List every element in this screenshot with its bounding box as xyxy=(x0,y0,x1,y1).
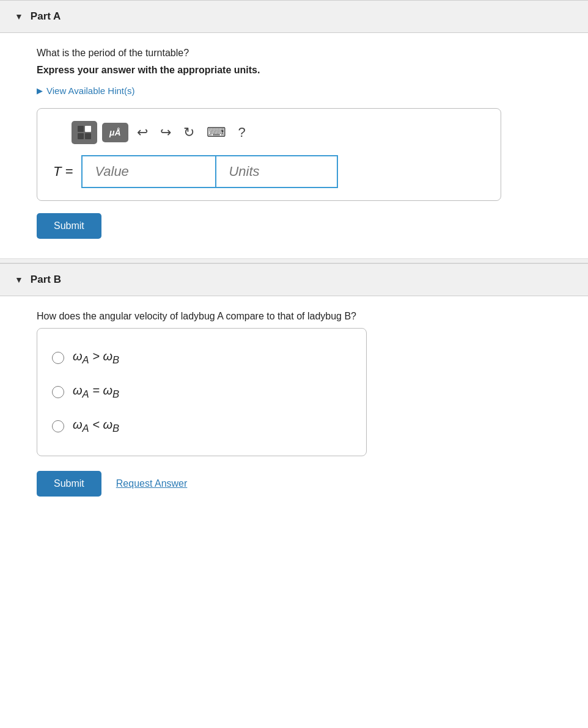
part-b-content: How does the angular velocity of ladybug… xyxy=(0,296,588,516)
hint-arrow-icon: ▶ xyxy=(37,86,43,95)
part-a-header: ▼ Part A xyxy=(0,0,588,33)
radio-input-greater[interactable] xyxy=(52,352,64,364)
section-separator xyxy=(0,258,588,263)
math-toolbar: μÅ ↩ ↪ ↻ ⌨ ? xyxy=(72,121,491,144)
part-b-question: How does the angular velocity of ladybug… xyxy=(37,311,551,322)
part-a-chevron[interactable]: ▼ xyxy=(15,12,23,21)
grid-icon xyxy=(78,126,91,139)
part-a-submit-button[interactable]: Submit xyxy=(37,213,101,239)
mu-button[interactable]: μÅ xyxy=(102,123,128,142)
undo-button[interactable]: ↩ xyxy=(133,122,152,143)
keyboard-icon: ⌨ xyxy=(207,125,226,140)
refresh-icon: ↻ xyxy=(183,125,194,140)
radio-input-equal[interactable] xyxy=(52,386,64,398)
t-equals-label: T = xyxy=(53,164,73,180)
part-b-submit-button[interactable]: Submit xyxy=(37,471,101,497)
help-icon: ? xyxy=(238,125,246,140)
redo-button[interactable]: ↪ xyxy=(156,122,175,143)
radio-label-equal: ωA = ωB xyxy=(73,384,119,401)
radio-option-greater[interactable]: ωA > ωB xyxy=(52,341,351,375)
keyboard-button[interactable]: ⌨ xyxy=(203,122,230,143)
hint-link[interactable]: ▶ View Available Hint(s) xyxy=(37,86,551,96)
hint-label: View Available Hint(s) xyxy=(46,86,135,96)
units-input[interactable] xyxy=(216,155,338,188)
part-a-title: Part A xyxy=(31,10,61,23)
grid-button[interactable] xyxy=(72,121,97,144)
undo-icon: ↩ xyxy=(137,125,148,140)
part-a-emphasis: Express your answer with the appropriate… xyxy=(37,65,551,76)
radio-label-greater: ωA > ωB xyxy=(73,349,119,366)
part-b-title: Part B xyxy=(31,274,61,286)
radio-input-less[interactable] xyxy=(52,420,64,432)
help-button[interactable]: ? xyxy=(235,122,249,143)
part-b-actions: Submit Request Answer xyxy=(37,471,551,497)
answer-input-box: μÅ ↩ ↪ ↻ ⌨ ? T = xyxy=(37,108,501,201)
part-b-chevron[interactable]: ▼ xyxy=(15,275,23,285)
radio-options-box: ωA > ωB ωA = ωB ωA < ωB xyxy=(37,328,367,456)
part-a-content: What is the period of the turntable? Exp… xyxy=(0,33,588,258)
radio-label-less: ωA < ωB xyxy=(73,418,119,435)
request-answer-button[interactable]: Request Answer xyxy=(116,478,188,489)
mu-label: μÅ xyxy=(109,128,121,137)
part-a-question: What is the period of the turntable? xyxy=(37,48,551,59)
answer-input-row: T = xyxy=(53,155,491,188)
value-input[interactable] xyxy=(81,155,216,188)
redo-icon: ↪ xyxy=(160,125,171,140)
radio-option-equal[interactable]: ωA = ωB xyxy=(52,375,351,409)
part-b-header: ▼ Part B xyxy=(0,263,588,296)
refresh-button[interactable]: ↻ xyxy=(180,122,198,143)
radio-option-less[interactable]: ωA < ωB xyxy=(52,409,351,443)
